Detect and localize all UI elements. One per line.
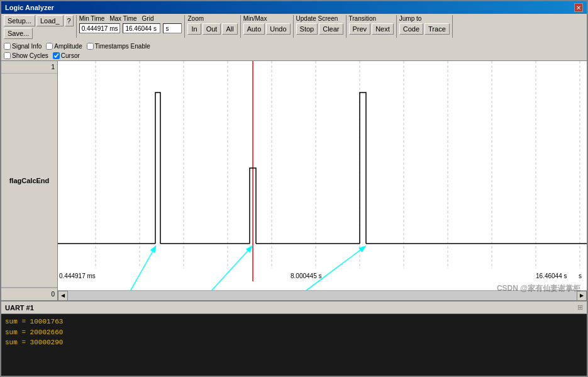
max-time-value: 16.46044 s bbox=[123, 23, 160, 33]
bottom-panel-content: sum = 10001763 sum = 20002660 sum = 3000… bbox=[1, 314, 587, 376]
minmax-group: Min/Max Auto Undo bbox=[243, 15, 291, 35]
show-cycles-checkbox[interactable] bbox=[4, 52, 11, 59]
transition-group: Transition Prev Next bbox=[349, 15, 394, 35]
grid-value: s bbox=[163, 23, 182, 33]
console-line-3: sum = 30000290 bbox=[5, 337, 583, 348]
clear-button[interactable]: Clear bbox=[319, 23, 343, 35]
separator-6 bbox=[396, 15, 397, 38]
zoom-label: Zoom bbox=[187, 15, 204, 22]
bottom-panel-icon: ⊞ bbox=[577, 303, 583, 312]
separator-2 bbox=[184, 15, 185, 38]
y-high-label: 1 bbox=[51, 64, 55, 70]
scroll-track[interactable] bbox=[68, 291, 577, 301]
show-cycles-label: Show Cycles bbox=[12, 52, 48, 59]
cursor-checkbox[interactable] bbox=[53, 52, 60, 59]
zoom-group: Zoom In Out All bbox=[187, 15, 237, 35]
bottom-panel-header: UART #1 ⊞ bbox=[1, 301, 587, 314]
window-title: Logic Analyzer bbox=[5, 4, 54, 11]
svg-text:s: s bbox=[579, 273, 582, 279]
timestamps-checkbox[interactable] bbox=[87, 43, 94, 50]
signal-panel: 1 flagCalcEnd 0 bbox=[1, 61, 58, 300]
update-screen-label: Update Screen bbox=[296, 15, 338, 22]
load-button[interactable]: Load_ bbox=[36, 15, 64, 26]
scroll-right-button[interactable]: ▶ bbox=[577, 291, 587, 301]
auto-button[interactable]: Auto bbox=[243, 23, 265, 35]
zoom-out-button[interactable]: Out bbox=[202, 23, 221, 35]
signal-info-checkbox[interactable] bbox=[4, 43, 11, 50]
jumpto-label: Jump to bbox=[399, 15, 422, 22]
stop-button[interactable]: Stop bbox=[296, 23, 318, 35]
signal-info-label: Signal Info bbox=[12, 43, 42, 50]
transition-label: Transition bbox=[349, 15, 377, 22]
signal-name: flagCalcEnd bbox=[9, 177, 50, 184]
save-button[interactable]: Save... bbox=[4, 28, 33, 39]
svg-rect-0 bbox=[58, 61, 587, 300]
console-line-2: sum = 20002660 bbox=[5, 327, 583, 338]
main-content: 1 flagCalcEnd 0 bbox=[1, 61, 587, 300]
min-time-label: Min Time bbox=[79, 15, 105, 22]
y-low-label: 0 bbox=[51, 291, 55, 298]
svg-text:0.444917 ms: 0.444917 ms bbox=[59, 273, 96, 279]
options-group: Signal Info Amplitude Timestamps Enable … bbox=[4, 40, 150, 59]
file-group: Setup... Load_ ? Save... bbox=[4, 15, 74, 39]
signal-info-checkbox-group[interactable]: Signal Info bbox=[4, 43, 42, 50]
cursor-checkbox-group[interactable]: Cursor bbox=[53, 52, 80, 59]
cursor-label: Cursor bbox=[61, 52, 80, 59]
signal-label-area: flagCalcEnd bbox=[1, 74, 57, 288]
timestamps-label: Timestamps Enable bbox=[95, 43, 150, 50]
waveform-svg: 0.444917 ms 8.000445 s 16.46044 s s bbox=[58, 61, 587, 300]
horizontal-scrollbar[interactable]: ◀ ▶ bbox=[58, 290, 587, 300]
logic-analyzer-window: Logic Analyzer ✕ Setup... Load_ ? Save..… bbox=[0, 0, 588, 377]
next-button[interactable]: Next bbox=[372, 23, 394, 35]
code-button[interactable]: Code bbox=[399, 23, 423, 35]
amplitude-checkbox-group[interactable]: Amplitude bbox=[46, 43, 82, 50]
zoom-in-button[interactable]: In bbox=[187, 23, 201, 35]
amplitude-label: Amplitude bbox=[54, 43, 82, 50]
grid-label: Grid bbox=[142, 15, 154, 22]
amplitude-checkbox[interactable] bbox=[46, 43, 53, 50]
max-time-label: Max Time bbox=[109, 15, 136, 22]
separator-7 bbox=[452, 15, 453, 38]
setup-button[interactable]: Setup... bbox=[4, 15, 35, 26]
svg-text:16.46044 s: 16.46044 s bbox=[536, 273, 567, 279]
timestamps-checkbox-group[interactable]: Timestamps Enable bbox=[87, 43, 150, 50]
console-line-1: sum = 10001763 bbox=[5, 317, 583, 327]
bottom-panel: UART #1 ⊞ sum = 10001763 sum = 20002660 … bbox=[1, 300, 587, 376]
title-bar: Logic Analyzer ✕ bbox=[1, 1, 587, 14]
close-button[interactable]: ✕ bbox=[574, 3, 583, 12]
time-group: Min Time Max Time Grid 0.444917 ms 16.46… bbox=[79, 15, 182, 33]
minmax-label: Min/Max bbox=[243, 15, 267, 22]
prev-button[interactable]: Prev bbox=[349, 23, 371, 35]
scroll-left-button[interactable]: ◀ bbox=[58, 291, 68, 301]
show-cycles-checkbox-group[interactable]: Show Cycles bbox=[4, 52, 48, 59]
separator-4 bbox=[293, 15, 294, 38]
separator-1 bbox=[76, 15, 77, 38]
min-time-value: 0.444917 ms bbox=[79, 23, 121, 33]
toolbar: Setup... Load_ ? Save... Min Time Max Ti… bbox=[1, 14, 587, 61]
separator-5 bbox=[346, 15, 347, 38]
update-group: Update Screen Stop Clear bbox=[296, 15, 343, 35]
separator-3 bbox=[240, 15, 241, 38]
help-button[interactable]: ? bbox=[65, 15, 74, 26]
zoom-all-button[interactable]: All bbox=[222, 23, 237, 35]
undo-button[interactable]: Undo bbox=[266, 23, 290, 35]
trace-button[interactable]: Trace bbox=[424, 23, 450, 35]
bottom-panel-title: UART #1 bbox=[5, 304, 34, 312]
waveform-area[interactable]: 0.444917 ms 8.000445 s 16.46044 s s ◀ ▶ … bbox=[58, 61, 587, 300]
jumpto-group: Jump to Code Trace bbox=[399, 15, 450, 35]
svg-text:8.000445 s: 8.000445 s bbox=[291, 273, 322, 279]
